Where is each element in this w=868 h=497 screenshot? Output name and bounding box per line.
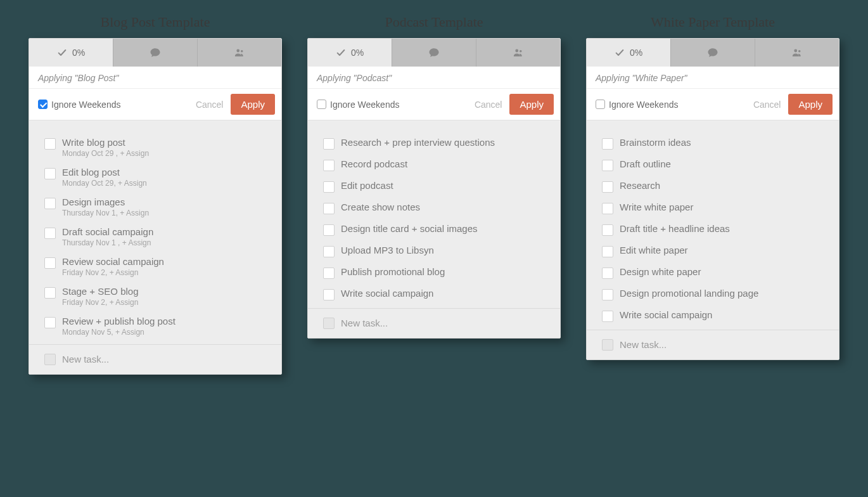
task-checkbox[interactable] [602, 138, 613, 150]
task-body: Design title card + social images [341, 223, 478, 234]
task-checkbox[interactable] [323, 203, 335, 214]
ignore-weekends-checkbox[interactable] [38, 100, 48, 109]
task-row[interactable]: Draft title + headline ideas [602, 219, 824, 241]
ignore-weekends-toggle[interactable]: Ignore Weekends [38, 100, 196, 110]
task-row[interactable]: Write blog postMonday Oct 29 , + Assign [44, 133, 266, 163]
tab-comments[interactable] [392, 39, 476, 67]
apply-button[interactable]: Apply [231, 94, 275, 115]
task-checkbox[interactable] [602, 311, 613, 322]
task-row[interactable]: Edit white paper [602, 241, 824, 262]
new-task-input[interactable]: New task... [587, 330, 839, 359]
task-row[interactable]: Edit podcast [323, 176, 545, 198]
task-checkbox[interactable] [323, 160, 335, 171]
task-row[interactable]: Stage + SEO blogFriday Nov 2, + Assign [44, 282, 266, 312]
task-row[interactable]: Draft outline [602, 155, 824, 176]
task-meta[interactable]: Thursday Nov 1, + Assign [62, 209, 149, 217]
task-checkbox[interactable] [323, 181, 335, 193]
task-checkbox[interactable] [44, 317, 56, 328]
new-task-input[interactable]: New task... [308, 308, 560, 338]
task-row[interactable]: Write social campaign [602, 306, 824, 327]
apply-button[interactable]: Apply [788, 94, 833, 115]
task-row[interactable]: Review + publish blog postMonday Nov 5, … [44, 312, 266, 342]
task-body: Write social campaign [620, 309, 712, 320]
task-checkbox[interactable] [323, 138, 335, 150]
progress-label: 0% [72, 48, 85, 58]
tab-people[interactable] [755, 39, 839, 67]
new-task-input[interactable]: New task... [29, 344, 281, 374]
task-row[interactable]: Design promotional landing page [602, 284, 824, 306]
applying-label: Applying "Podcast" [308, 67, 560, 89]
cancel-button[interactable]: Cancel [753, 100, 781, 110]
task-checkbox[interactable] [602, 268, 613, 279]
tab-comments[interactable] [113, 39, 198, 67]
task-body: Write blog postMonday Oct 29 , + Assign [62, 137, 149, 158]
task-row[interactable]: Upload MP3 to Libsyn [323, 241, 545, 262]
task-meta[interactable]: Monday Nov 5, + Assign [62, 328, 176, 337]
task-row[interactable]: Brainstorm ideas [602, 133, 824, 155]
cancel-button[interactable]: Cancel [475, 100, 502, 110]
task-meta[interactable]: Thursday Nov 1 , + Assign [62, 238, 153, 247]
task-checkbox[interactable] [44, 168, 56, 179]
task-checkbox[interactable] [44, 287, 56, 299]
svg-point-5 [798, 50, 801, 53]
task-checkbox[interactable] [602, 224, 613, 236]
check-icon [615, 48, 625, 58]
task-row[interactable]: Design imagesThursday Nov 1, + Assign [44, 193, 266, 223]
task-meta[interactable]: Monday Oct 29 , + Assign [62, 149, 149, 158]
ignore-weekends-toggle[interactable]: Ignore Weekends [317, 100, 475, 110]
task-checkbox[interactable] [44, 228, 56, 239]
task-meta[interactable]: Friday Nov 2, + Assign [62, 268, 164, 277]
ignore-weekends-toggle[interactable]: Ignore Weekends [596, 100, 753, 110]
ignore-weekends-label: Ignore Weekends [330, 100, 399, 110]
apply-button[interactable]: Apply [509, 94, 554, 115]
task-row[interactable]: Design white paper [602, 262, 824, 284]
task-meta[interactable]: Monday Oct 29, + Assign [62, 179, 147, 188]
task-checkbox[interactable] [323, 268, 335, 279]
column-title: Podcast Template [385, 14, 483, 30]
new-task-placeholder: New task... [620, 339, 667, 350]
progress-label: 0% [351, 48, 364, 58]
tab-progress[interactable]: 0% [29, 39, 113, 67]
task-checkbox[interactable] [602, 246, 613, 257]
tab-progress[interactable]: 0% [308, 39, 392, 67]
tab-comments[interactable] [671, 39, 755, 67]
task-checkbox[interactable] [323, 246, 335, 257]
task-body: Design white paper [620, 266, 701, 277]
task-checkbox[interactable] [323, 224, 335, 236]
task-row[interactable]: Draft social campaignThursday Nov 1 , + … [44, 223, 266, 252]
tab-people[interactable] [476, 39, 560, 67]
task-meta[interactable]: Friday Nov 2, + Assign [62, 298, 139, 307]
svg-point-1 [241, 50, 243, 53]
ignore-weekends-checkbox[interactable] [596, 100, 605, 109]
task-row[interactable]: Design title card + social images [323, 219, 545, 241]
tab-people[interactable] [198, 39, 281, 67]
ignore-weekends-checkbox[interactable] [317, 100, 326, 109]
svg-point-0 [236, 49, 239, 53]
cancel-button[interactable]: Cancel [196, 100, 224, 110]
applying-label: Applying "White Paper" [587, 67, 839, 89]
task-checkbox[interactable] [602, 181, 613, 193]
tab-progress[interactable]: 0% [587, 39, 671, 67]
task-checkbox[interactable] [602, 203, 613, 214]
template-column: Blog Post Template0%Applying "Blog Post"… [29, 14, 282, 375]
task-row[interactable]: Create show notes [323, 198, 545, 219]
task-checkbox[interactable] [44, 198, 56, 209]
task-row[interactable]: Review social campaignFriday Nov 2, + As… [44, 252, 266, 282]
people-icon [512, 47, 525, 58]
task-title: Write blog post [62, 137, 149, 148]
task-row[interactable]: Write social campaign [323, 284, 545, 306]
task-row[interactable]: Research [602, 176, 824, 198]
task-row[interactable]: Research + prep interview questions [323, 133, 545, 155]
task-row[interactable]: Write white paper [602, 198, 824, 219]
task-row[interactable]: Edit blog postMonday Oct 29, + Assign [44, 163, 266, 193]
task-checkbox[interactable] [44, 138, 56, 150]
new-task-checkbox [44, 354, 56, 365]
panel-tabs: 0% [308, 39, 560, 67]
task-checkbox[interactable] [323, 289, 335, 300]
task-checkbox[interactable] [602, 160, 613, 171]
task-checkbox[interactable] [602, 289, 613, 300]
controls-row: Ignore WeekendsCancelApply [29, 89, 281, 120]
task-row[interactable]: Publish promotional blog [323, 262, 545, 284]
task-row[interactable]: Record podcast [323, 155, 545, 176]
task-checkbox[interactable] [44, 257, 56, 269]
